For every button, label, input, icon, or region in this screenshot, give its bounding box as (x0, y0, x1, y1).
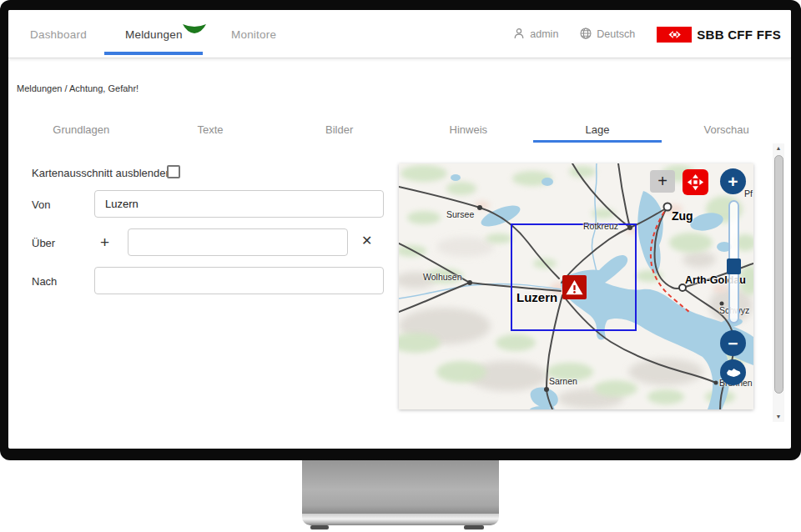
user-icon (513, 28, 525, 42)
switzerland-outline-icon (725, 367, 742, 379)
map[interactable]: Sursee Rotkreuz Zug Wolhusen Luzern Arth… (399, 163, 753, 409)
language-menu[interactable]: Deutsch (580, 28, 635, 42)
tab-vorschau[interactable]: Vorschau (662, 117, 791, 143)
add-via-button[interactable]: + (100, 234, 109, 250)
header-right: admin Deutsch SBB CFF FFS (513, 10, 781, 58)
nav-item-monitore[interactable]: Monitore (231, 28, 276, 41)
tab-grundlagen[interactable]: Grundlagen (17, 117, 146, 143)
reset-extent-button[interactable] (720, 359, 746, 385)
clear-via-button[interactable]: ✕ (361, 234, 372, 248)
breadcrumb: Meldungen / Achtung, Gefahr! (17, 83, 139, 93)
warning-triangle-icon (565, 278, 584, 297)
town-label-luzern: Luzern (516, 290, 557, 304)
tab-hinweis[interactable]: Hinweis (404, 117, 533, 143)
tab-texte[interactable]: Texte (146, 117, 275, 143)
hide-map-label: Kartenausschnitt ausblenden (32, 167, 172, 179)
nav-item-meldungen[interactable]: Meldungen (125, 28, 183, 41)
monitor-stand-base (302, 514, 499, 525)
box-zoom-button[interactable]: + (650, 170, 675, 193)
vertical-scrollbar[interactable]: ▲ ▼ (773, 143, 784, 422)
tab-bar: Grundlagen Texte Bilder Hinweis Lage Vor… (17, 117, 791, 143)
ueber-input[interactable] (128, 228, 348, 256)
tab-lage[interactable]: Lage (533, 117, 662, 143)
language-label: Deutsch (597, 28, 635, 40)
scrollbar-thumb[interactable] (774, 155, 783, 394)
town-label-sarnen: Sarnen (549, 376, 577, 386)
pan-mode-button[interactable] (683, 169, 708, 195)
sbb-logo: SBB CFF FFS (657, 27, 781, 43)
brand-label: SBB CFF FFS (697, 28, 781, 42)
town-label-rotkreuz: Rotkreuz (583, 221, 618, 231)
town-label-wolhusen: Wolhusen (423, 272, 462, 282)
green-chevron-icon (182, 23, 207, 38)
zoom-in-button[interactable]: + (720, 168, 746, 194)
active-nav-underline (104, 52, 203, 55)
tab-bilder[interactable]: Bilder (275, 117, 404, 143)
hide-map-checkbox[interactable] (167, 165, 180, 178)
move-arrows-icon (687, 173, 704, 191)
user-menu[interactable]: admin (513, 28, 558, 42)
monitor-stand (302, 460, 499, 514)
globe-icon (580, 28, 592, 42)
von-label: Von (32, 198, 50, 211)
scroll-down-arrow[interactable]: ▼ (773, 412, 784, 422)
danger-warning-marker[interactable] (562, 275, 587, 299)
screen: Dashboard Meldungen Monitore admin Deuts… (8, 10, 791, 449)
zoom-out-button[interactable]: − (720, 330, 746, 356)
von-input[interactable] (94, 190, 384, 218)
town-label-zug: Zug (672, 209, 693, 223)
scroll-up-arrow[interactable]: ▲ (773, 143, 784, 153)
stand-foot-left (310, 525, 329, 529)
town-label-pf: Pf (744, 188, 753, 198)
nach-label: Nach (32, 275, 57, 288)
header: Dashboard Meldungen Monitore admin Deuts… (8, 10, 791, 58)
sbb-arrows-icon (657, 27, 692, 43)
town-label-sursee: Sursee (446, 209, 474, 219)
zoom-slider-handle[interactable] (727, 258, 741, 274)
ueber-label: Über (32, 237, 55, 249)
stand-foot-right (464, 525, 484, 529)
user-label: admin (530, 28, 558, 40)
monitor-frame: Dashboard Meldungen Monitore admin Deuts… (0, 0, 801, 460)
nav-item-dashboard[interactable]: Dashboard (30, 28, 87, 41)
nach-input[interactable] (94, 267, 384, 294)
